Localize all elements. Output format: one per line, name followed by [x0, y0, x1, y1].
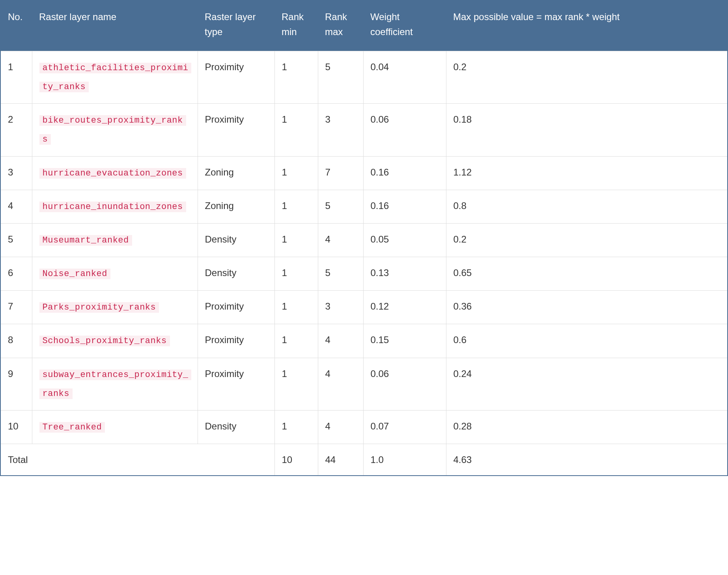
cell-layer-name: Schools_proximity_ranks	[32, 324, 198, 358]
table-row: 4hurricane_inundation_zonesZoning150.160…	[0, 190, 728, 223]
cell-no: 5	[0, 223, 32, 257]
cell-weight: 0.05	[363, 223, 446, 257]
raster-layers-table-wrapper: No. Raster layer name Raster layer type …	[0, 0, 728, 476]
cell-layer-name: athletic_facilities_proximity_ranks	[32, 51, 198, 103]
header-max-possible: Max possible value = max rank * weight	[446, 0, 728, 51]
cell-weight: 0.12	[363, 291, 446, 324]
cell-total-label: Total	[0, 444, 274, 476]
header-weight-coeff: Weight coefficient	[363, 0, 446, 51]
cell-rank-max: 4	[318, 324, 363, 358]
cell-layer-name: Parks_proximity_ranks	[32, 291, 198, 324]
table-row: 7Parks_proximity_ranksProximity130.120.3…	[0, 291, 728, 324]
cell-layer-type: Density	[198, 223, 274, 257]
table-row: 9subway_entrances_proximity_ranksProximi…	[0, 358, 728, 410]
cell-weight: 0.13	[363, 257, 446, 291]
cell-weight: 0.06	[363, 358, 446, 410]
header-rank-min: Rank min	[274, 0, 318, 51]
cell-max-value: 0.6	[446, 324, 728, 358]
cell-rank-min: 1	[274, 156, 318, 190]
cell-layer-type: Density	[198, 411, 274, 444]
cell-weight: 0.07	[363, 411, 446, 444]
table-header-row: No. Raster layer name Raster layer type …	[0, 0, 728, 51]
cell-max-value: 0.8	[446, 190, 728, 223]
layer-code: bike_routes_proximity_ranks	[39, 115, 186, 145]
cell-max-value: 0.18	[446, 104, 728, 156]
cell-rank-max: 4	[318, 358, 363, 410]
cell-max-value: 0.28	[446, 411, 728, 444]
cell-no: 2	[0, 104, 32, 156]
cell-max-value: 0.2	[446, 51, 728, 103]
cell-rank-min: 1	[274, 104, 318, 156]
layer-code: athletic_facilities_proximity_ranks	[39, 63, 192, 92]
cell-max-value: 0.2	[446, 223, 728, 257]
cell-rank-max: 3	[318, 291, 363, 324]
cell-weight: 0.15	[363, 324, 446, 358]
cell-rank-min: 1	[274, 358, 318, 410]
cell-weight: 0.06	[363, 104, 446, 156]
cell-rank-max: 5	[318, 257, 363, 291]
cell-no: 8	[0, 324, 32, 358]
cell-rank-min: 1	[274, 51, 318, 103]
cell-layer-type: Density	[198, 257, 274, 291]
header-rank-max: Rank max	[318, 0, 363, 51]
cell-no: 3	[0, 156, 32, 190]
table-row: 8Schools_proximity_ranksProximity140.150…	[0, 324, 728, 358]
layer-code: Noise_ranked	[39, 269, 110, 279]
table-row: 10Tree_rankedDensity140.070.28	[0, 411, 728, 444]
layer-code: Tree_ranked	[39, 422, 105, 433]
cell-layer-type: Proximity	[198, 358, 274, 410]
cell-layer-type: Zoning	[198, 156, 274, 190]
cell-max-value: 0.65	[446, 257, 728, 291]
header-layer-type: Raster layer type	[198, 0, 274, 51]
cell-no: 10	[0, 411, 32, 444]
cell-layer-name: hurricane_evacuation_zones	[32, 156, 198, 190]
layer-code: hurricane_inundation_zones	[39, 202, 186, 212]
cell-max-value: 0.24	[446, 358, 728, 410]
header-no: No.	[0, 0, 32, 51]
cell-weight: 0.16	[363, 190, 446, 223]
cell-rank-max: 4	[318, 223, 363, 257]
cell-layer-name: hurricane_inundation_zones	[32, 190, 198, 223]
cell-weight: 0.04	[363, 51, 446, 103]
cell-rank-max: 7	[318, 156, 363, 190]
table-row: 1athletic_facilities_proximity_ranksProx…	[0, 51, 728, 103]
cell-layer-type: Proximity	[198, 104, 274, 156]
cell-max-value: 1.12	[446, 156, 728, 190]
cell-rank-max: 3	[318, 104, 363, 156]
table-row: 2bike_routes_proximity_ranksProximity130…	[0, 104, 728, 156]
table-row: 6Noise_rankedDensity150.130.65	[0, 257, 728, 291]
cell-layer-name: subway_entrances_proximity_ranks	[32, 358, 198, 410]
cell-layer-name: Museumart_ranked	[32, 223, 198, 257]
cell-rank-min: 1	[274, 223, 318, 257]
table-row: 5Museumart_rankedDensity140.050.2	[0, 223, 728, 257]
header-layer-name: Raster layer name	[32, 0, 198, 51]
cell-rank-min: 1	[274, 257, 318, 291]
cell-total-weight: 1.0	[363, 444, 446, 476]
layer-code: hurricane_evacuation_zones	[39, 168, 186, 179]
cell-layer-type: Proximity	[198, 51, 274, 103]
cell-rank-max: 4	[318, 411, 363, 444]
cell-layer-name: bike_routes_proximity_ranks	[32, 104, 198, 156]
cell-layer-type: Proximity	[198, 324, 274, 358]
cell-no: 6	[0, 257, 32, 291]
layer-code: Schools_proximity_ranks	[39, 336, 170, 346]
cell-rank-min: 1	[274, 411, 318, 444]
layer-code: Parks_proximity_ranks	[39, 302, 159, 313]
table-total-row: Total10441.04.63	[0, 444, 728, 476]
cell-max-value: 0.36	[446, 291, 728, 324]
cell-layer-type: Proximity	[198, 291, 274, 324]
raster-layers-table: No. Raster layer name Raster layer type …	[0, 0, 728, 476]
cell-rank-max: 5	[318, 190, 363, 223]
cell-rank-min: 1	[274, 324, 318, 358]
cell-no: 7	[0, 291, 32, 324]
cell-rank-min: 1	[274, 190, 318, 223]
layer-code: Museumart_ranked	[39, 235, 132, 246]
cell-no: 4	[0, 190, 32, 223]
cell-layer-type: Zoning	[198, 190, 274, 223]
table-row: 3hurricane_evacuation_zonesZoning170.161…	[0, 156, 728, 190]
cell-rank-min: 1	[274, 291, 318, 324]
cell-rank-max: 5	[318, 51, 363, 103]
cell-layer-name: Tree_ranked	[32, 411, 198, 444]
cell-total-maxval: 4.63	[446, 444, 728, 476]
cell-total-max: 44	[318, 444, 363, 476]
